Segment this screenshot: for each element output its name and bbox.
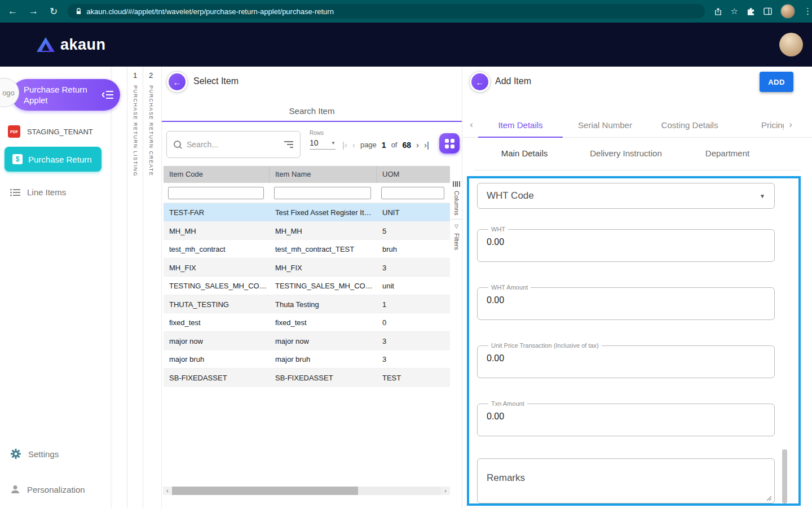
table-row[interactable]: SB-FIXEDASSETSB-FIXEDASSETTEST: [164, 369, 450, 387]
tab-item-details[interactable]: Item Details: [478, 114, 563, 138]
reload-icon[interactable]: ↻: [50, 6, 58, 17]
wht-field[interactable]: WHT 0.00: [477, 226, 775, 262]
side-panel-icon[interactable]: [764, 7, 772, 15]
table-cell: 3: [377, 259, 450, 277]
first-page-icon[interactable]: |‹: [342, 140, 347, 150]
back-button[interactable]: ←: [166, 71, 188, 93]
field-label: Txn Amount: [488, 400, 527, 407]
tab-serial-number[interactable]: Serial Number: [563, 114, 647, 138]
table-cell: bruh: [377, 240, 450, 258]
filters-tool[interactable]: ▽ Filters: [451, 219, 462, 254]
columns-tool[interactable]: Columns: [451, 177, 462, 219]
back-arrow-icon: ←: [173, 77, 182, 87]
table-row[interactable]: TEST-FARTest Fixed Asset Register Item C…: [164, 203, 450, 222]
sidebar: Purchase Return Applet ogo PDF STAGING_T…: [0, 67, 111, 508]
table-cell: MH_MH: [270, 222, 377, 240]
tab-costing-details[interactable]: Costing Details: [647, 114, 732, 138]
field-label: WHT Amount: [488, 284, 531, 291]
vertical-scrollbar-thumb[interactable]: [782, 449, 787, 503]
filter-input-item-name[interactable]: [274, 187, 371, 199]
sidebar-item-personalization[interactable]: Personalization: [10, 484, 85, 494]
sidebar-item-settings[interactable]: Settings: [10, 448, 59, 459]
tabs-chevron-left-icon[interactable]: ‹: [465, 119, 478, 130]
rows-per-page-select[interactable]: Rows 10 ▼: [310, 130, 336, 150]
field-label: Unit Price Transaction (Inclusive of tax…: [488, 342, 602, 349]
table-cell: unit: [377, 277, 450, 295]
table-row[interactable]: THUTA_TESTINGThuta Testing1: [164, 295, 450, 314]
wht-value: 0.00: [486, 233, 766, 247]
filter-sort-icon[interactable]: [284, 139, 293, 150]
scroll-right-icon[interactable]: ›: [441, 487, 450, 495]
wht-amount-field[interactable]: WHT Amount 0.00: [477, 284, 775, 320]
search-box: [166, 131, 301, 158]
horizontal-scrollbar: ‹ ›: [163, 487, 450, 495]
of-word: of: [391, 141, 398, 149]
table-row[interactable]: fixed_testfixed_test0: [164, 313, 450, 332]
table-cell: UNIT: [377, 203, 450, 221]
last-page-icon[interactable]: ›|: [424, 140, 429, 150]
txn-amount-field[interactable]: Txn Amount 0.00: [477, 400, 775, 436]
subtab-department[interactable]: Department: [677, 138, 778, 170]
share-icon[interactable]: [714, 7, 722, 16]
brand: akaun: [36, 36, 106, 54]
header-item-code[interactable]: Item Code: [164, 166, 270, 183]
subtab-main-details[interactable]: Main Details: [474, 138, 575, 170]
prev-page-icon[interactable]: ‹: [352, 140, 355, 150]
scrollbar-thumb[interactable]: [172, 487, 358, 495]
chevron-down-icon: ▼: [331, 141, 336, 146]
scroll-left-icon[interactable]: ‹: [163, 487, 172, 495]
table-row[interactable]: major nowmajor now3: [164, 332, 450, 351]
table-row[interactable]: major bruhmajor bruh3: [164, 350, 450, 369]
brand-name: akaun: [60, 36, 106, 54]
add-button[interactable]: ADD: [760, 72, 793, 92]
forward-icon[interactable]: →: [29, 6, 38, 17]
grid-view-button[interactable]: [439, 133, 460, 154]
table-cell: 3: [377, 332, 450, 350]
filter-input-uom[interactable]: [381, 187, 444, 199]
page-word: page: [360, 141, 377, 149]
table-cell: 1: [377, 295, 450, 313]
tenant-row: PDF STAGING_TENANT: [8, 125, 93, 138]
tab-search-item[interactable]: Search Item: [289, 102, 335, 116]
extensions-icon[interactable]: [747, 7, 755, 16]
vertical-tab-purchase-return-create[interactable]: 2 PURCHASE RETURN CREATE: [143, 67, 158, 508]
unit-price-field[interactable]: Unit Price Transaction (Inclusive of tax…: [477, 342, 775, 378]
browser-profile-avatar[interactable]: [780, 4, 795, 19]
url-text: akaun.cloud/#/applet/tnt/wavelet/erp/pur…: [86, 7, 334, 16]
tabs-chevron-right-icon[interactable]: ›: [784, 119, 797, 130]
table-row[interactable]: TESTING_SALES_MH_CONTRACTTESTING_SALES_M…: [164, 277, 450, 295]
table-cell: 3: [377, 350, 450, 368]
resize-handle-icon[interactable]: [766, 495, 771, 501]
table-cell: fixed_test: [164, 313, 270, 331]
table-row[interactable]: test_mh_contracttest_mh_contract_TESTbru…: [164, 240, 450, 259]
search-input[interactable]: [187, 140, 279, 149]
table-controls: Rows 10 ▼ |‹ ‹ page 1 of 68 › ›|: [162, 128, 462, 164]
back-button[interactable]: ←: [469, 71, 491, 93]
subtab-delivery-instruction[interactable]: Delivery Instruction: [575, 138, 677, 170]
bookmark-star-icon[interactable]: ☆: [731, 6, 738, 16]
header-item-name[interactable]: Item Name: [270, 166, 377, 183]
header-uom[interactable]: UOM: [377, 166, 450, 183]
remarks-textarea[interactable]: Remarks: [477, 458, 775, 503]
table-cell: 5: [377, 222, 450, 240]
vertical-tab-purchase-return-listing[interactable]: 1 PURCHASE RETURN LISTING: [127, 67, 143, 508]
personalization-label: Personalization: [27, 485, 85, 494]
table-row[interactable]: MH_FIXMH_FIX3: [164, 259, 450, 277]
table-cell: Test Fixed Asset Register Item C...: [270, 203, 377, 221]
sidebar-item-line-items[interactable]: Line Items: [10, 187, 66, 197]
user-avatar[interactable]: [779, 33, 803, 56]
collapse-menu-icon[interactable]: [102, 90, 113, 99]
field-label: WHT: [488, 226, 508, 233]
next-page-icon[interactable]: ›: [416, 140, 419, 150]
remarks-label: Remarks: [487, 472, 525, 483]
current-page: 1: [382, 141, 386, 150]
wht-code-select[interactable]: WHT Code ▼: [477, 183, 775, 209]
table-cell: TESTING_SALES_MH_CONTRACT: [164, 277, 270, 295]
sidebar-item-purchase-return[interactable]: $ Purchase Return: [5, 147, 102, 172]
filter-input-item-code[interactable]: [168, 187, 264, 199]
back-icon[interactable]: ←: [8, 6, 17, 17]
url-bar[interactable]: akaun.cloud/#/applet/tnt/wavelet/erp/pur…: [68, 4, 704, 19]
browser-menu-icon[interactable]: ⋮: [804, 6, 812, 16]
table-row[interactable]: MH_MHMH_MH5: [164, 222, 450, 240]
tab-pricing[interactable]: Pricing: [732, 114, 785, 138]
